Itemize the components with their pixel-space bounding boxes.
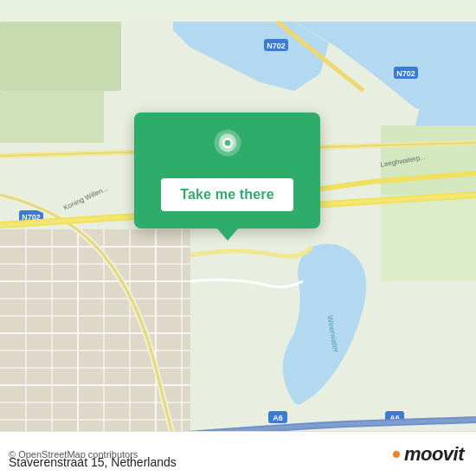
svg-text:A6: A6 bbox=[273, 414, 283, 422]
address-label: Staverenstraat 15, Netherlands bbox=[9, 455, 177, 469]
svg-text:N702: N702 bbox=[267, 42, 286, 50]
take-me-there-button[interactable]: Take me there bbox=[161, 178, 293, 211]
svg-rect-4 bbox=[381, 195, 476, 281]
location-pin-icon bbox=[207, 128, 248, 170]
moovit-logo: moovit bbox=[393, 443, 464, 466]
moovit-wordmark: moovit bbox=[404, 443, 464, 466]
bottom-bar: © OpenStreetMap contributors Staverenstr… bbox=[0, 431, 476, 476]
moovit-dot-icon bbox=[393, 451, 400, 458]
svg-rect-2 bbox=[0, 91, 104, 143]
map-background: N702 N702 N702 N702 A6 A6 bbox=[0, 0, 476, 476]
popup-card: Take me there bbox=[134, 113, 320, 228]
svg-text:N702: N702 bbox=[396, 69, 415, 78]
map-container: N702 N702 N702 N702 A6 A6 bbox=[0, 0, 476, 476]
svg-rect-1 bbox=[0, 22, 121, 91]
moovit-logo-area: moovit bbox=[393, 443, 464, 466]
